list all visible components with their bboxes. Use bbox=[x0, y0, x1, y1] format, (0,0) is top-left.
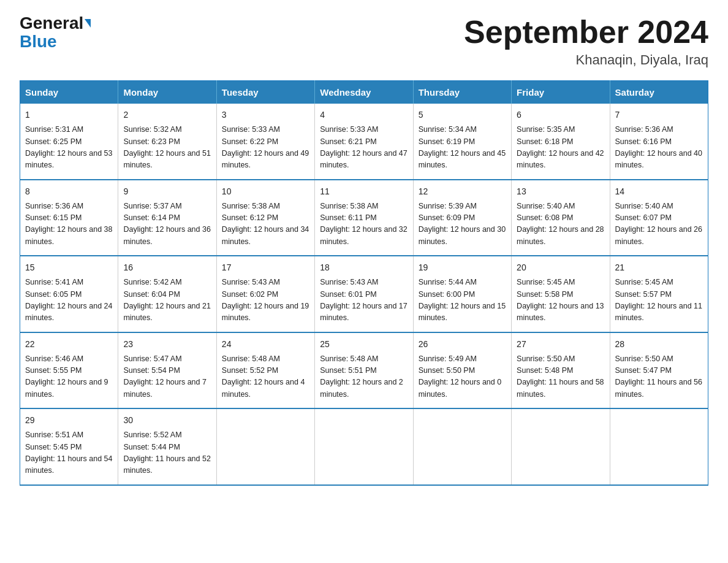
title-area: September 2024 Khanaqin, Diyala, Iraq bbox=[464, 15, 708, 68]
day-number: 18 bbox=[320, 261, 408, 274]
calendar-title: September 2024 bbox=[464, 15, 708, 50]
day-info: Sunrise: 5:43 AMSunset: 6:02 PMDaylight:… bbox=[222, 277, 309, 324]
calendar-cell: 17Sunrise: 5:43 AMSunset: 6:02 PMDayligh… bbox=[216, 256, 314, 332]
weekday-header-thursday: Thursday bbox=[413, 81, 511, 104]
day-info: Sunrise: 5:51 AMSunset: 5:45 PMDaylight:… bbox=[25, 429, 113, 477]
calendar-cell: 1Sunrise: 5:31 AMSunset: 6:25 PMDaylight… bbox=[20, 104, 118, 180]
day-number: 7 bbox=[615, 109, 703, 121]
day-info: Sunrise: 5:36 AMSunset: 6:15 PMDaylight:… bbox=[25, 201, 113, 248]
calendar-cell: 5Sunrise: 5:34 AMSunset: 6:19 PMDaylight… bbox=[413, 104, 511, 180]
weekday-header-saturday: Saturday bbox=[610, 81, 708, 104]
day-number: 24 bbox=[222, 338, 309, 351]
calendar-cell: 11Sunrise: 5:38 AMSunset: 6:11 PMDayligh… bbox=[315, 180, 413, 256]
calendar-cell: 30Sunrise: 5:52 AMSunset: 5:44 PMDayligh… bbox=[118, 408, 216, 485]
calendar-week-1: 1Sunrise: 5:31 AMSunset: 6:25 PMDaylight… bbox=[20, 104, 708, 180]
logo-text-general: General bbox=[20, 15, 83, 32]
day-number: 17 bbox=[222, 261, 309, 274]
calendar-cell bbox=[216, 408, 314, 485]
calendar-cell: 28Sunrise: 5:50 AMSunset: 5:47 PMDayligh… bbox=[610, 332, 708, 409]
logo-text-blue: Blue bbox=[20, 33, 57, 50]
day-number: 8 bbox=[25, 185, 113, 198]
calendar-cell: 27Sunrise: 5:50 AMSunset: 5:48 PMDayligh… bbox=[512, 332, 610, 409]
calendar-cell: 3Sunrise: 5:33 AMSunset: 6:22 PMDaylight… bbox=[216, 104, 314, 180]
day-info: Sunrise: 5:37 AMSunset: 6:14 PMDaylight:… bbox=[123, 201, 211, 248]
day-number: 20 bbox=[517, 261, 604, 274]
weekday-header-row: SundayMondayTuesdayWednesdayThursdayFrid… bbox=[20, 81, 708, 104]
weekday-header-friday: Friday bbox=[512, 81, 610, 104]
logo: General Blue bbox=[20, 15, 91, 50]
day-info: Sunrise: 5:48 AMSunset: 5:52 PMDaylight:… bbox=[222, 353, 309, 401]
day-number: 9 bbox=[123, 185, 211, 198]
weekday-header-monday: Monday bbox=[118, 81, 216, 104]
calendar-week-2: 8Sunrise: 5:36 AMSunset: 6:15 PMDaylight… bbox=[20, 180, 708, 256]
day-number: 4 bbox=[320, 109, 408, 121]
day-info: Sunrise: 5:48 AMSunset: 5:51 PMDaylight:… bbox=[320, 353, 408, 401]
day-info: Sunrise: 5:49 AMSunset: 5:50 PMDaylight:… bbox=[419, 353, 506, 401]
calendar-table: SundayMondayTuesdayWednesdayThursdayFrid… bbox=[20, 80, 708, 486]
day-number: 22 bbox=[25, 338, 113, 351]
calendar-cell: 23Sunrise: 5:47 AMSunset: 5:54 PMDayligh… bbox=[118, 332, 216, 409]
calendar-cell: 22Sunrise: 5:46 AMSunset: 5:55 PMDayligh… bbox=[20, 332, 118, 409]
weekday-header-sunday: Sunday bbox=[20, 81, 118, 104]
calendar-cell: 21Sunrise: 5:45 AMSunset: 5:57 PMDayligh… bbox=[610, 256, 708, 332]
day-info: Sunrise: 5:42 AMSunset: 6:04 PMDaylight:… bbox=[123, 277, 211, 324]
weekday-header-wednesday: Wednesday bbox=[315, 81, 413, 104]
day-info: Sunrise: 5:38 AMSunset: 6:11 PMDaylight:… bbox=[320, 201, 408, 248]
header: General Blue September 2024 Khanaqin, Di… bbox=[20, 15, 708, 68]
calendar-cell bbox=[413, 408, 511, 485]
day-number: 11 bbox=[320, 185, 408, 198]
calendar-cell: 8Sunrise: 5:36 AMSunset: 6:15 PMDaylight… bbox=[20, 180, 118, 256]
day-number: 23 bbox=[123, 338, 211, 351]
weekday-header-tuesday: Tuesday bbox=[216, 81, 314, 104]
calendar-cell: 26Sunrise: 5:49 AMSunset: 5:50 PMDayligh… bbox=[413, 332, 511, 409]
day-info: Sunrise: 5:33 AMSunset: 6:22 PMDaylight:… bbox=[222, 124, 309, 172]
calendar-cell: 12Sunrise: 5:39 AMSunset: 6:09 PMDayligh… bbox=[413, 180, 511, 256]
calendar-week-4: 22Sunrise: 5:46 AMSunset: 5:55 PMDayligh… bbox=[20, 332, 708, 409]
day-info: Sunrise: 5:33 AMSunset: 6:21 PMDaylight:… bbox=[320, 124, 408, 172]
calendar-cell: 19Sunrise: 5:44 AMSunset: 6:00 PMDayligh… bbox=[413, 256, 511, 332]
calendar-body: 1Sunrise: 5:31 AMSunset: 6:25 PMDaylight… bbox=[20, 104, 708, 485]
logo-triangle-icon bbox=[85, 19, 91, 28]
calendar-cell bbox=[512, 408, 610, 485]
calendar-cell: 18Sunrise: 5:43 AMSunset: 6:01 PMDayligh… bbox=[315, 256, 413, 332]
calendar-subtitle: Khanaqin, Diyala, Iraq bbox=[464, 52, 708, 68]
calendar-cell: 29Sunrise: 5:51 AMSunset: 5:45 PMDayligh… bbox=[20, 408, 118, 485]
day-info: Sunrise: 5:34 AMSunset: 6:19 PMDaylight:… bbox=[419, 124, 506, 172]
day-info: Sunrise: 5:31 AMSunset: 6:25 PMDaylight:… bbox=[25, 124, 113, 172]
calendar-cell: 20Sunrise: 5:45 AMSunset: 5:58 PMDayligh… bbox=[512, 256, 610, 332]
calendar-cell: 2Sunrise: 5:32 AMSunset: 6:23 PMDaylight… bbox=[118, 104, 216, 180]
day-number: 6 bbox=[517, 109, 604, 121]
day-number: 27 bbox=[517, 338, 604, 351]
calendar-cell: 13Sunrise: 5:40 AMSunset: 6:08 PMDayligh… bbox=[512, 180, 610, 256]
calendar-cell: 14Sunrise: 5:40 AMSunset: 6:07 PMDayligh… bbox=[610, 180, 708, 256]
day-info: Sunrise: 5:40 AMSunset: 6:08 PMDaylight:… bbox=[517, 201, 604, 248]
calendar-cell bbox=[315, 408, 413, 485]
day-number: 15 bbox=[25, 261, 113, 274]
day-info: Sunrise: 5:44 AMSunset: 6:00 PMDaylight:… bbox=[419, 277, 506, 324]
calendar-cell: 6Sunrise: 5:35 AMSunset: 6:18 PMDaylight… bbox=[512, 104, 610, 180]
day-info: Sunrise: 5:47 AMSunset: 5:54 PMDaylight:… bbox=[123, 353, 211, 401]
day-info: Sunrise: 5:40 AMSunset: 6:07 PMDaylight:… bbox=[615, 201, 703, 248]
calendar-cell: 4Sunrise: 5:33 AMSunset: 6:21 PMDaylight… bbox=[315, 104, 413, 180]
day-info: Sunrise: 5:35 AMSunset: 6:18 PMDaylight:… bbox=[517, 124, 604, 172]
calendar-cell: 10Sunrise: 5:38 AMSunset: 6:12 PMDayligh… bbox=[216, 180, 314, 256]
day-number: 28 bbox=[615, 338, 703, 351]
day-info: Sunrise: 5:46 AMSunset: 5:55 PMDaylight:… bbox=[25, 353, 113, 401]
day-info: Sunrise: 5:41 AMSunset: 6:05 PMDaylight:… bbox=[25, 277, 113, 324]
day-info: Sunrise: 5:50 AMSunset: 5:48 PMDaylight:… bbox=[517, 353, 604, 401]
day-info: Sunrise: 5:43 AMSunset: 6:01 PMDaylight:… bbox=[320, 277, 408, 324]
calendar-week-5: 29Sunrise: 5:51 AMSunset: 5:45 PMDayligh… bbox=[20, 408, 708, 485]
day-info: Sunrise: 5:32 AMSunset: 6:23 PMDaylight:… bbox=[123, 124, 211, 172]
calendar-cell: 15Sunrise: 5:41 AMSunset: 6:05 PMDayligh… bbox=[20, 256, 118, 332]
day-info: Sunrise: 5:50 AMSunset: 5:47 PMDaylight:… bbox=[615, 353, 703, 401]
day-number: 10 bbox=[222, 185, 309, 198]
day-info: Sunrise: 5:38 AMSunset: 6:12 PMDaylight:… bbox=[222, 201, 309, 248]
day-number: 2 bbox=[123, 109, 211, 121]
calendar-cell: 25Sunrise: 5:48 AMSunset: 5:51 PMDayligh… bbox=[315, 332, 413, 409]
calendar-header: SundayMondayTuesdayWednesdayThursdayFrid… bbox=[20, 81, 708, 104]
day-number: 5 bbox=[419, 109, 506, 121]
day-number: 21 bbox=[615, 261, 703, 274]
calendar-week-3: 15Sunrise: 5:41 AMSunset: 6:05 PMDayligh… bbox=[20, 256, 708, 332]
day-number: 29 bbox=[25, 414, 113, 427]
day-number: 25 bbox=[320, 338, 408, 351]
